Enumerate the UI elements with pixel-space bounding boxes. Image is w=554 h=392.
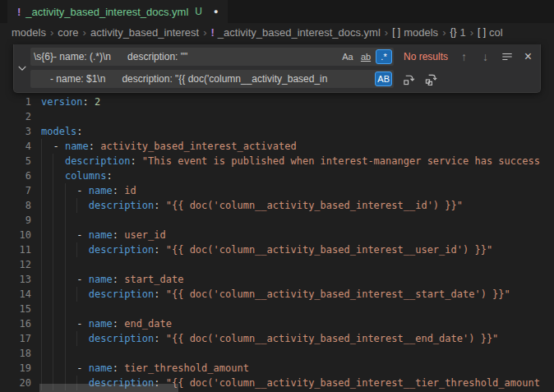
indent-guide (41, 154, 42, 168)
replace-button[interactable] (402, 72, 416, 86)
next-match-button[interactable]: ↓ (478, 50, 492, 64)
code-line-content: columns: (41, 168, 554, 183)
indent-guide (53, 331, 53, 346)
indent-guide (53, 213, 53, 228)
code-line[interactable]: 13 - name: start_date (0, 272, 554, 287)
code-line-content: version: 2 (41, 95, 554, 109)
code-line-content: - name: user_id (41, 228, 554, 242)
breadcrumb-item-label: models (12, 26, 46, 39)
code-line-content: description: "{{ doc('column__activity_b… (41, 242, 554, 257)
code-line[interactable]: 15 (0, 302, 554, 316)
tab-bar: ! _activity_based_interest_docs.yml U ● (0, 0, 554, 23)
whole-word-toggle[interactable]: ab (358, 49, 374, 64)
modified-indicator-dot[interactable]: ● (214, 7, 218, 16)
indent-guide (65, 331, 66, 346)
indent-guide (65, 361, 66, 376)
code-line[interactable]: 16 - name: end_date (0, 316, 554, 331)
code-line[interactable]: 14 description: "{{ doc('column__activit… (0, 287, 554, 302)
line-number: 3 (0, 124, 31, 139)
code-line[interactable]: 19 - name: tier_threshold_amount (0, 361, 554, 376)
match-case-toggle[interactable]: Aa (339, 49, 356, 64)
line-number: 2 (0, 109, 31, 124)
git-status-badge: U (195, 6, 202, 17)
find-input-value: \s{6}- name: (.*)\n description: "" (34, 51, 339, 62)
indent-guide (65, 183, 66, 198)
line-number: 19 (0, 361, 31, 376)
breadcrumb-item[interactable]: [ ]models (392, 26, 438, 39)
indent-guide (65, 213, 66, 228)
breadcrumb-separator: › (203, 26, 206, 39)
breadcrumb-separator: › (442, 26, 446, 39)
indent-guide (76, 198, 77, 213)
code-line[interactable]: 18 (0, 346, 554, 361)
replace-input-value: - name: $1\n description: "{{ doc('colum… (34, 73, 375, 85)
replace-all-button[interactable] (424, 72, 438, 86)
replace-input[interactable]: - name: $1\n description: "{{ doc('colum… (30, 70, 394, 88)
code-line[interactable]: 4 - name: activity_based_interest_activa… (0, 139, 554, 154)
code-line-content (41, 213, 554, 228)
breadcrumb-item[interactable]: !_activity_based_interest_docs.yml (211, 26, 381, 39)
code-line[interactable]: 8 description: "{{ doc('column__activity… (0, 198, 554, 213)
code-line[interactable]: 6 columns: (0, 168, 554, 183)
code-line[interactable]: 1version: 2 (0, 95, 554, 109)
code-line[interactable]: 10 - name: user_id (0, 228, 554, 242)
yaml-file-icon: ! (17, 6, 21, 18)
code-line[interactable]: 3models: (0, 124, 554, 139)
breadcrumb-item[interactable]: core (58, 26, 78, 39)
code-line-content (41, 109, 554, 124)
line-number: 20 (0, 376, 31, 390)
find-replace-widget: \s{6}- name: (.*)\n description: "" Aa a… (13, 44, 541, 93)
breadcrumb-item-label: _activity_based_interest_docs.yml (218, 26, 381, 39)
preserve-case-toggle[interactable]: AB (375, 71, 392, 86)
code-line-content: - name: activity_based_interest_activate… (41, 139, 554, 154)
indent-guide (53, 302, 53, 316)
find-results-count: No results (404, 51, 448, 62)
code-line[interactable]: 17 description: "{{ doc('column__activit… (0, 331, 554, 346)
editor[interactable]: \s{6}- name: (.*)\n description: "" Aa a… (0, 41, 554, 392)
breadcrumb-item[interactable]: activity_based_interest (90, 26, 199, 39)
indent-guide (41, 213, 42, 228)
line-number: 9 (0, 213, 31, 228)
toggle-replace-button[interactable] (14, 48, 30, 88)
line-number: 14 (0, 287, 31, 302)
code-line[interactable]: 12 (0, 257, 554, 272)
breadcrumb: models›core›activity_based_interest›!_ac… (0, 23, 554, 41)
code-line-content (41, 302, 554, 316)
find-row: \s{6}- name: (.*)\n description: "" Aa a… (30, 48, 535, 66)
previous-match-button[interactable]: ↑ (457, 50, 471, 64)
breadcrumb-item[interactable]: {}1 (450, 26, 465, 39)
tab-active[interactable]: ! _activity_based_interest_docs.yml U ● (7, 0, 228, 23)
code-line[interactable]: 11 description: "{{ doc('column__activit… (0, 242, 554, 257)
replace-row: - name: $1\n description: "{{ doc('colum… (30, 70, 535, 88)
line-number: 17 (0, 331, 31, 346)
code-line[interactable]: 2 (0, 109, 554, 124)
indent-guide (65, 287, 66, 302)
breadcrumb-separator: › (385, 26, 388, 39)
breadcrumb-separator: › (470, 26, 473, 39)
close-find-widget-button[interactable]: × (521, 50, 535, 64)
breadcrumb-item[interactable]: [ ]col (478, 26, 503, 39)
indent-guide (41, 139, 42, 154)
indent-guide (41, 361, 42, 376)
code-line[interactable]: 9 (0, 213, 554, 228)
indent-guide (65, 302, 66, 316)
indent-guide (76, 287, 77, 302)
code-line-content: - name: tier_threshold_amount (41, 361, 554, 376)
line-number: 16 (0, 316, 31, 331)
horizontal-scrollbar-thumb[interactable] (39, 384, 178, 392)
line-number: 6 (0, 168, 31, 183)
find-in-selection-icon (501, 51, 513, 62)
find-input[interactable]: \s{6}- name: (.*)\n description: "" Aa a… (30, 48, 394, 66)
code-line[interactable]: 5 description: "This event is published … (0, 154, 554, 168)
code-line[interactable]: 7 - name: id (0, 183, 554, 198)
find-in-selection-button[interactable] (500, 50, 514, 64)
indent-guide (41, 302, 42, 316)
indent-guide (53, 361, 53, 376)
indent-guide (65, 346, 66, 361)
indent-guide (53, 228, 53, 242)
breadcrumb-item-label: models (404, 26, 438, 39)
regex-toggle[interactable]: .* (376, 49, 392, 64)
breadcrumb-item[interactable]: models (12, 26, 46, 39)
breadcrumb-separator: › (50, 26, 53, 39)
line-number: 8 (0, 198, 31, 213)
